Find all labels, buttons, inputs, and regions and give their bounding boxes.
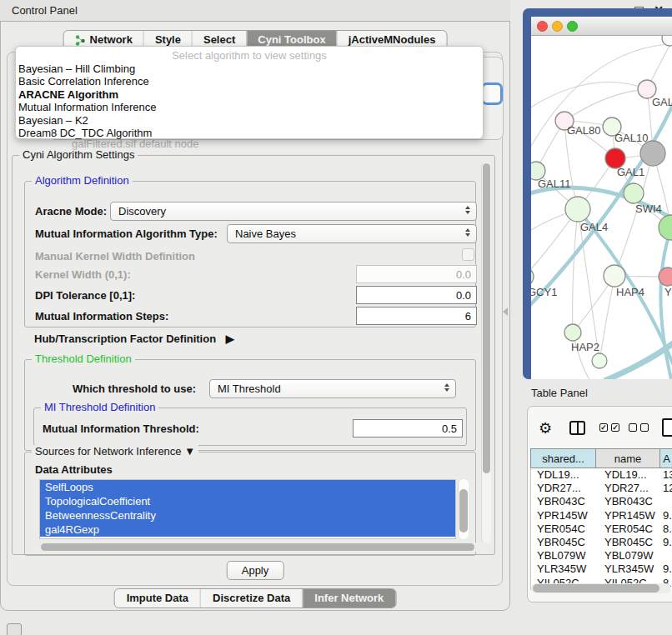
algorithm-option[interactable]: Bayesian – Hill Climbing xyxy=(16,62,483,75)
column-header-partial[interactable]: A xyxy=(659,449,672,468)
node-gal4[interactable] xyxy=(565,197,590,222)
network-graph: GAL7 GAL80 GAL10 GAL1 GAL11 SWI4 GAL4 GC… xyxy=(531,36,672,379)
svg-text:GAL1: GAL1 xyxy=(617,166,644,178)
attribute-list-item[interactable]: TopologicalCoefficient xyxy=(40,494,455,508)
network-canvas[interactable]: GAL7 GAL80 GAL10 GAL1 GAL11 SWI4 GAL4 GC… xyxy=(531,36,672,379)
collapse-down-icon: ▼ xyxy=(184,445,195,458)
dpi-tolerance-label: DPI Tolerance [0,1]: xyxy=(35,289,135,302)
table-cell: YBL079W xyxy=(531,549,595,562)
aracne-mode-select[interactable]: Discovery xyxy=(110,202,477,221)
select-all-checkbox-icon[interactable]: ✓ xyxy=(599,423,608,432)
attribute-list-item[interactable]: BetweennessCentrality xyxy=(40,508,455,522)
algorithm-option[interactable]: Bayesian – K2 xyxy=(16,114,483,127)
algorithm-dropdown-popup: Select algorithm to view settings Bayesi… xyxy=(15,46,484,139)
table-cell: 13 xyxy=(659,468,672,482)
column-header-name[interactable]: name xyxy=(595,449,659,468)
table-cell: YBR045C xyxy=(531,536,595,549)
algorithm-option[interactable]: Basic Correlation Inference xyxy=(16,75,483,88)
node-hap2[interactable] xyxy=(564,324,581,341)
table-panel-title: Table Panel xyxy=(531,387,588,399)
node-gcy1[interactable] xyxy=(531,268,534,286)
which-threshold-label: Which threshold to use: xyxy=(73,382,196,395)
algorithm-option[interactable]: ARACNE Algorithm xyxy=(16,88,483,101)
table-cell: 12 xyxy=(659,482,672,495)
scrollbar-thumb[interactable] xyxy=(459,489,468,532)
svg-text:GCY1: GCY1 xyxy=(531,286,557,298)
table-panel-window: ⚙ ✓ ✓ shared... name A YDL19...YDL19...1… xyxy=(527,406,672,602)
node-swi4[interactable] xyxy=(624,183,644,203)
attributes-vertical-scrollbar[interactable] xyxy=(458,479,469,539)
node-y[interactable] xyxy=(659,268,672,286)
node-hap4[interactable] xyxy=(604,265,625,287)
algorithm-option[interactable]: Dream8 DC_TDC Algorithm xyxy=(16,127,483,139)
table-row[interactable]: YPR145WYPR145W9. xyxy=(531,509,672,522)
sources-group-title[interactable]: Sources for Network Inference ▼ xyxy=(32,445,198,458)
data-attributes-list[interactable]: SelfLoopsTopologicalCoefficientBetweenne… xyxy=(39,479,456,539)
panel-title: Control Panel xyxy=(12,4,78,17)
node-bottom[interactable] xyxy=(592,353,607,368)
network-window-titlebar[interactable] xyxy=(531,17,672,36)
gear-icon[interactable]: ⚙ xyxy=(539,419,552,438)
stepper-arrows-icon xyxy=(444,383,449,392)
table-row[interactable]: YLR345WYLR345W9. xyxy=(531,562,672,576)
kernel-width-field[interactable]: 0.0 xyxy=(356,265,477,283)
table-row[interactable]: YER054CYER054C8. xyxy=(531,522,672,536)
minimize-traffic-light-icon[interactable] xyxy=(552,21,563,32)
mi-algorithm-type-select[interactable]: Naive Bayes xyxy=(227,224,477,243)
select-all-checkbox-icon[interactable]: ✓ xyxy=(611,423,619,432)
table-row[interactable]: YBL079WYBL079W xyxy=(531,549,672,562)
deselect-all-checkbox-icon[interactable] xyxy=(640,423,649,432)
attribute-list-item[interactable]: gal4RGexp xyxy=(40,522,455,537)
focused-button-fragment[interactable] xyxy=(481,82,503,105)
svg-text:SWI4: SWI4 xyxy=(635,202,662,215)
zoom-traffic-light-icon[interactable] xyxy=(567,21,578,32)
algorithm-definition-group: Algorithm Definition Aracne Mode: Discov… xyxy=(24,181,476,328)
svg-text:GAL10: GAL10 xyxy=(614,132,648,144)
tab-impute-data[interactable]: Impute Data xyxy=(115,589,200,608)
document-icon[interactable] xyxy=(662,418,672,437)
tab-infer-network[interactable]: Infer Network xyxy=(302,589,395,608)
table-cell: YLR345W xyxy=(531,562,595,576)
bottom-corner-icon[interactable] xyxy=(7,623,22,635)
table-horizontal-scrollbar[interactable] xyxy=(531,583,671,593)
hub-definition-toggle[interactable]: Hub/Transcription Factor Definition ▶ xyxy=(34,332,234,345)
stepper-arrows-icon xyxy=(465,206,470,214)
table-row[interactable]: YDR27...YDR27...12 xyxy=(531,482,672,495)
dropdown-item-list: Bayesian – Hill ClimbingBasic Correlatio… xyxy=(16,62,483,139)
tab-discretize-data[interactable]: Discretize Data xyxy=(200,589,302,608)
table-row[interactable]: YBR045CYBR045C9. xyxy=(531,536,672,549)
collapse-right-icon: ▶ xyxy=(226,332,234,345)
table-cell: 9. xyxy=(659,536,672,549)
settings-vertical-scrollbar[interactable] xyxy=(481,162,491,543)
columns-icon[interactable] xyxy=(569,421,585,435)
table-cell: YDR27... xyxy=(595,482,659,495)
close-traffic-light-icon[interactable] xyxy=(537,21,548,32)
table-cell: YBR045C xyxy=(595,536,659,549)
scrollbar-thumb[interactable] xyxy=(41,543,474,551)
apply-button[interactable]: Apply xyxy=(227,561,284,580)
scrollbar-thumb[interactable] xyxy=(483,163,490,473)
attributes-horizontal-scrollbar[interactable] xyxy=(39,542,481,552)
panel-splitter-handle[interactable] xyxy=(503,308,508,316)
column-header-shared[interactable]: shared... xyxy=(531,449,595,468)
which-threshold-select[interactable]: MI Threshold xyxy=(209,379,456,398)
node-table: shared... name A YDL19...YDL19...13YDR27… xyxy=(530,448,672,590)
sources-group: Sources for Network Inference ▼ Data Att… xyxy=(24,452,476,556)
deselect-all-checkbox-icon[interactable] xyxy=(629,423,637,432)
table-row[interactable]: YBR043CYBR043C xyxy=(531,495,672,508)
dpi-tolerance-field[interactable]: 0.0 xyxy=(356,286,477,304)
mi-type-label: Mutual Information Algorithm Type: xyxy=(35,228,218,240)
scrollbar-thumb[interactable] xyxy=(533,584,659,592)
table-cell: 9. xyxy=(659,509,672,522)
node-gray[interactable] xyxy=(640,141,665,166)
mi-steps-field[interactable]: 6 xyxy=(356,307,477,325)
settings-group-title: Cyni Algorithm Settings xyxy=(19,148,138,161)
threshold-definition-group: Threshold Definition Which threshold to … xyxy=(24,359,476,451)
mi-threshold-field[interactable]: 0.5 xyxy=(353,419,463,438)
attribute-list-item[interactable]: SelfLoops xyxy=(40,480,455,494)
manual-kernel-checkbox[interactable] xyxy=(462,248,474,261)
algorithm-option[interactable]: Mutual Information Inference xyxy=(16,101,483,113)
node-green-right[interactable] xyxy=(659,215,672,240)
table-row[interactable]: YDL19...YDL19...13 xyxy=(531,468,672,482)
table-cell: YBL079W xyxy=(595,549,659,562)
